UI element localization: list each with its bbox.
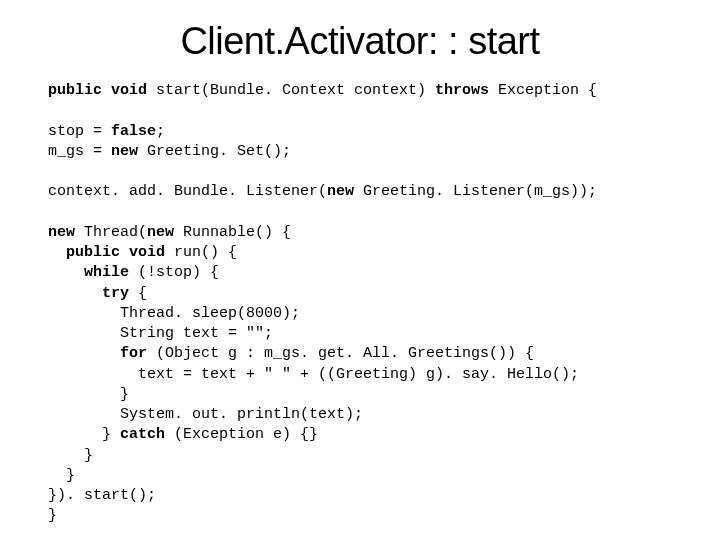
- kw-catch: catch: [120, 426, 165, 443]
- code-text: }: [48, 386, 129, 403]
- code-text: Greeting. Listener(m_gs));: [354, 183, 597, 200]
- code-text: context. add. Bundle. Listener(: [48, 183, 327, 200]
- code-text: ;: [156, 123, 165, 140]
- kw-public-void: public void: [66, 244, 165, 261]
- code-text: }: [48, 426, 120, 443]
- kw-new: new: [48, 224, 75, 241]
- kw-throws: throws: [435, 82, 489, 99]
- code-text: (Exception e) {}: [165, 426, 318, 443]
- kw-new: new: [147, 224, 174, 241]
- slide-title: Client.Activator: : start: [48, 20, 672, 63]
- kw-false: false: [111, 123, 156, 140]
- code-text: stop =: [48, 123, 111, 140]
- code-text: Exception {: [489, 82, 597, 99]
- code-text: }: [48, 447, 93, 464]
- kw-for: for: [120, 345, 147, 362]
- code-text: [48, 285, 102, 302]
- kw-new: new: [327, 183, 354, 200]
- kw-public-void: public void: [48, 82, 147, 99]
- code-text: }). start();: [48, 487, 156, 504]
- code-text: }: [48, 507, 57, 524]
- code-text: [48, 264, 84, 281]
- kw-while: while: [84, 264, 129, 281]
- code-text: Thread. sleep(8000);: [48, 305, 300, 322]
- code-text: Runnable() {: [174, 224, 291, 241]
- code-text: m_gs =: [48, 143, 111, 160]
- kw-try: try: [102, 285, 129, 302]
- code-text: (Object g : m_gs. get. All. Greetings())…: [147, 345, 534, 362]
- code-text: {: [129, 285, 147, 302]
- code-text: text = text + " " + ((Greeting) g). say.…: [48, 366, 579, 383]
- code-text: run() {: [165, 244, 237, 261]
- code-text: [48, 345, 120, 362]
- code-text: [48, 244, 66, 261]
- code-text: Greeting. Set();: [138, 143, 291, 160]
- code-text: String text = "";: [48, 325, 273, 342]
- code-text: start(Bundle. Context context): [147, 82, 435, 99]
- code-text: System. out. println(text);: [48, 406, 363, 423]
- code-block: public void start(Bundle. Context contex…: [48, 81, 672, 527]
- kw-new: new: [111, 143, 138, 160]
- code-text: (!stop) {: [129, 264, 219, 281]
- code-text: Thread(: [75, 224, 147, 241]
- code-text: }: [48, 467, 75, 484]
